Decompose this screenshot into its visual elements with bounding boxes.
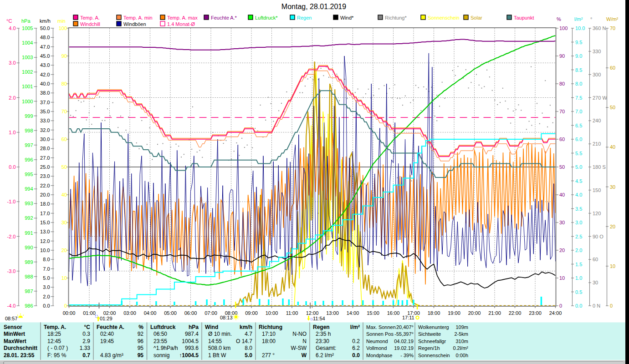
svg-text:0.0: 0.0 <box>43 303 50 308</box>
svg-text:0 N: 0 N <box>593 303 600 308</box>
svg-text:Windchill: Windchill <box>80 21 100 27</box>
svg-text:80: 80 <box>61 81 67 86</box>
svg-text:6.2: 6.2 <box>352 345 360 351</box>
svg-text:28.0: 28.0 <box>40 146 50 151</box>
svg-text:05:00: 05:00 <box>164 310 177 316</box>
svg-text:1004.5: 1004.5 <box>182 338 199 344</box>
svg-text:1002: 1002 <box>22 69 33 75</box>
svg-text:80: 80 <box>559 81 565 86</box>
svg-text:06:50: 06:50 <box>153 331 167 337</box>
svg-text:hPa: hPa <box>21 18 31 24</box>
svg-text:2.0: 2.0 <box>575 248 582 253</box>
svg-text:0.5: 0.5 <box>575 289 582 295</box>
svg-text:^1.9hPa/h: ^1.9hPa/h <box>153 345 178 351</box>
svg-text:90 O: 90 O <box>593 234 603 239</box>
svg-text:0.0: 0.0 <box>352 352 360 359</box>
svg-text:4.0: 4.0 <box>575 192 582 197</box>
svg-text:02:00: 02:00 <box>103 310 116 316</box>
svg-text:12:00: 12:00 <box>306 310 319 316</box>
svg-text:8.0: 8.0 <box>575 81 582 86</box>
svg-text:2:35 h: 2:35 h <box>316 331 331 337</box>
svg-text:16:00: 16:00 <box>387 310 400 316</box>
svg-text:1004: 1004 <box>22 40 33 46</box>
svg-text:°C: °C <box>84 324 91 330</box>
svg-text:0: 0 <box>64 303 67 308</box>
svg-text:120: 120 <box>593 211 601 216</box>
svg-text:20.0: 20.0 <box>40 192 50 197</box>
svg-text:1000: 1000 <box>22 99 33 104</box>
svg-text:987.4: 987.4 <box>185 331 199 337</box>
svg-text:Taupunkt: Taupunkt <box>514 15 534 20</box>
svg-text:17:11: 17:11 <box>402 315 414 320</box>
svg-text:-2.0: -2.0 <box>7 234 16 239</box>
svg-text:21:00: 21:00 <box>488 310 501 316</box>
svg-text:1.0: 1.0 <box>575 275 582 281</box>
svg-text:Windböen: Windböen <box>123 21 146 27</box>
svg-text:7.0: 7.0 <box>43 266 50 272</box>
svg-text:60: 60 <box>593 257 598 262</box>
svg-text:994: 994 <box>25 186 33 192</box>
svg-text:00:00: 00:00 <box>63 310 76 316</box>
svg-text:14:55: 14:55 <box>208 338 222 344</box>
svg-text:360 N: 360 N <box>593 25 606 31</box>
svg-text:10.0: 10.0 <box>575 25 585 31</box>
svg-text:1.0: 1.0 <box>9 130 15 135</box>
svg-text:Sonnen Pos: Sonnen Pos <box>366 331 394 337</box>
svg-text:7.0: 7.0 <box>575 109 582 114</box>
svg-text:92: 92 <box>138 331 144 337</box>
svg-text:5.0: 5.0 <box>575 164 582 170</box>
svg-text:210: 210 <box>593 141 601 147</box>
svg-text:3.5: 3.5 <box>575 206 582 212</box>
svg-text:330: 330 <box>593 49 601 54</box>
svg-text:10.0: 10.0 <box>40 248 50 253</box>
svg-text:0.7: 0.7 <box>82 352 90 359</box>
svg-text:20: 20 <box>61 248 67 253</box>
svg-text:%: % <box>138 324 143 330</box>
svg-text:l/m²: l/m² <box>574 16 583 22</box>
svg-text:100: 100 <box>59 25 67 31</box>
svg-text:28.01. 23:55: 28.01. 23:55 <box>4 352 35 359</box>
svg-text:986: 986 <box>25 303 33 308</box>
svg-text:47.0: 47.0 <box>40 44 50 50</box>
svg-text:991: 991 <box>25 230 33 236</box>
svg-text:180 S: 180 S <box>593 164 606 170</box>
svg-text:Schneefallgr: Schneefallgr <box>418 339 446 344</box>
svg-text:995: 995 <box>25 172 33 177</box>
svg-text:40.0: 40.0 <box>40 81 50 86</box>
svg-text:-55,397°: -55,397° <box>394 331 414 337</box>
svg-text:0.0: 0.0 <box>9 164 15 170</box>
svg-text:Sichtweite: Sichtweite <box>418 331 441 337</box>
svg-text:4.7: 4.7 <box>245 331 252 337</box>
svg-text:30: 30 <box>559 220 565 225</box>
svg-text:Gesamt:: Gesamt: <box>316 345 336 351</box>
svg-text:Temp. A.: Temp. A. <box>80 15 100 20</box>
svg-text:Ø 10 min.: Ø 10 min. <box>208 331 232 337</box>
svg-text:10:00: 10:00 <box>266 310 278 316</box>
svg-text:MinWert: MinWert <box>4 331 25 337</box>
svg-text:06:00: 06:00 <box>184 310 197 316</box>
svg-text:95: 95 <box>138 352 144 359</box>
svg-text:50: 50 <box>559 164 565 170</box>
svg-text:Luftdruck*: Luftdruck* <box>255 15 278 20</box>
svg-text:km/h: km/h <box>240 324 252 330</box>
svg-text:10: 10 <box>610 263 615 269</box>
svg-text:( - 0.07 ): ( - 0.07 ) <box>47 345 68 351</box>
svg-text:08:57: 08:57 <box>5 316 18 321</box>
svg-text:70: 70 <box>61 109 67 114</box>
svg-text:0.2: 0.2 <box>352 338 360 344</box>
svg-text:270 W: 270 W <box>593 95 607 101</box>
svg-text:Wind: Wind <box>205 324 218 330</box>
svg-text:100: 100 <box>559 25 568 31</box>
svg-text:7.5: 7.5 <box>575 95 582 101</box>
svg-text:987: 987 <box>25 288 33 294</box>
svg-text:l/m²: l/m² <box>350 324 360 330</box>
svg-text:Richtung*: Richtung* <box>385 15 407 20</box>
svg-text:4.5: 4.5 <box>575 178 582 184</box>
svg-text:300: 300 <box>593 72 601 77</box>
svg-text:993: 993 <box>25 201 33 206</box>
svg-text:5.0: 5.0 <box>43 275 50 281</box>
svg-text:6.0: 6.0 <box>575 136 582 142</box>
svg-text:11:00: 11:00 <box>286 310 298 316</box>
svg-text:1.4 Monat-Ø: 1.4 Monat-Ø <box>167 21 195 27</box>
svg-text:30: 30 <box>610 184 615 190</box>
